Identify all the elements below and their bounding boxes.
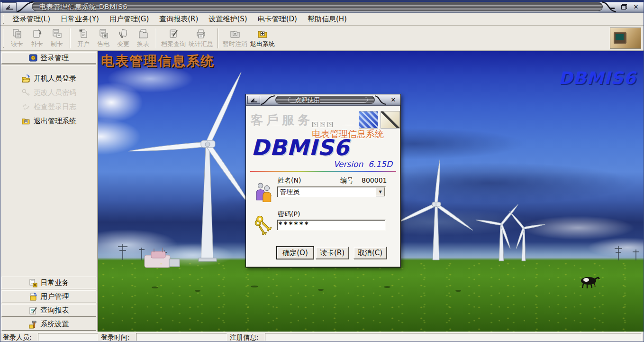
login-dialog: 欢迎使用 ✕ 客戶服务 > > > 电表管理信息系统 DBMIS6 Versio…: [245, 94, 401, 268]
sidebar-item-operator-login[interactable]: 开机人员登录: [0, 71, 97, 85]
dialog-title: 欢迎使用: [295, 96, 320, 104]
password-field[interactable]: [277, 220, 386, 231]
tool-exit-system[interactable]: 退出系统: [249, 28, 276, 49]
sidebar-header-label: 登录管理: [40, 54, 69, 63]
status-reg-value: [265, 333, 642, 341]
titlebar: 电表管理信息系统-DBMIS6 ✕: [0, 0, 644, 13]
menu-item-daily[interactable]: 日常业务(Y): [55, 13, 104, 25]
keys-icon: [253, 214, 274, 235]
dialog-swoosh-right: [374, 94, 387, 106]
combobox-dropdown-button[interactable]: ▼: [376, 187, 385, 196]
status-bar: 登录人员: 登录时间: 注册信息:: [0, 332, 644, 342]
daily-business-icon: [29, 279, 37, 287]
tool-read-card: 读卡: [7, 28, 27, 49]
id-label: 编号: [340, 176, 354, 185]
exit-system-icon: [257, 28, 268, 39]
minimize-button[interactable]: [609, 3, 616, 10]
check-log-icon: [21, 102, 30, 111]
status-user-value: [38, 333, 98, 341]
name-label: 姓名(N): [278, 176, 301, 185]
tool-logoff: 暂时注消: [221, 28, 249, 49]
sidebar-group-reports[interactable]: 查询报表: [1, 304, 96, 317]
close-icon: ✕: [634, 3, 639, 10]
menu-item-reports[interactable]: 查询报表(R): [154, 13, 203, 25]
archive-query-icon: [168, 28, 179, 39]
sidebar-divider: [1, 65, 96, 65]
status-user-label: 登录人员:: [3, 333, 32, 342]
window-controls: ✕: [609, 3, 639, 10]
name-value: 管理员: [280, 188, 299, 196]
menu-grip: [3, 15, 4, 24]
tool-change: 变更: [113, 28, 133, 49]
exit-manage-icon: [21, 117, 30, 125]
menu-item-login[interactable]: 登录管理(L): [7, 13, 55, 25]
rainbow-divider: [250, 171, 396, 172]
change-icon: [118, 28, 129, 39]
login-manage-icon: [29, 54, 37, 62]
app-window: 电表管理信息系统-DBMIS6 ✕ 登录管理(L) 日常业务(Y) 用户管理(G…: [0, 0, 644, 342]
toolbar-grip: [3, 29, 4, 48]
dialog-logo-icon: [247, 96, 260, 104]
dialog-brand-text: 客戶服务: [251, 112, 313, 129]
sell-power-icon: [98, 28, 109, 39]
dialog-stripe-band: 欢迎使用: [275, 96, 375, 104]
change-password-icon: [21, 88, 30, 97]
status-reg-label: 注册信息:: [230, 333, 259, 342]
ok-button[interactable]: 确定(O): [277, 247, 314, 259]
toolbar: 读卡 补卡 制卡 开户 售电 变更 换表 档案查询: [0, 26, 644, 51]
keyboard-photo-thumbnail: [359, 111, 378, 129]
tool-make-card: 制卡: [47, 28, 67, 49]
app-logo-icon: [2, 2, 17, 11]
close-button[interactable]: ✕: [633, 3, 639, 10]
replace-meter-icon: [137, 28, 149, 39]
statistics-icon: [195, 28, 207, 39]
dialog-close-button[interactable]: ✕: [390, 96, 397, 103]
restore-button[interactable]: [621, 3, 627, 10]
tool-reissue-card: 补卡: [27, 28, 47, 49]
restore-icon: [621, 4, 627, 9]
sidebar-group-daily[interactable]: 日常业务: [1, 277, 96, 289]
reissue-card-icon: [31, 28, 43, 39]
status-time-label: 登录时间:: [101, 333, 130, 342]
toolbar-separator: [218, 28, 218, 48]
dialog-title-pill: 欢迎使用: [288, 97, 368, 103]
dialog-body: 客戶服务 > > > 电表管理信息系统 DBMIS6 Version 6.15D…: [246, 106, 400, 267]
window-title: 电表管理信息系统-DBMIS6: [39, 3, 127, 11]
dialog-button-row: 确定(O) 读卡(R) 取消(C): [246, 247, 400, 259]
toolbar-separator: [70, 28, 71, 48]
dialog-close-icon: ✕: [391, 96, 396, 103]
tool-archive-query: 档案查询: [160, 28, 187, 49]
make-card-icon: [51, 28, 63, 39]
name-combobox[interactable]: 管理员 ▼: [277, 186, 386, 197]
id-value: 800001: [362, 176, 387, 184]
sidebar-bottom-groups: 日常业务 用户管理 查询报表 系统设置: [1, 276, 96, 331]
sidebar-header-login[interactable]: 登录管理: [1, 52, 96, 64]
tool-replace-meter: 换表: [133, 28, 153, 49]
cancel-button[interactable]: 取消(C): [354, 247, 387, 259]
tool-open-account: 开户: [73, 28, 93, 49]
logoff-icon: [229, 28, 241, 39]
menu-item-settings[interactable]: 设置维护(S): [203, 13, 252, 25]
dialog-version: Version 6.15D: [334, 159, 392, 169]
open-account-icon: [78, 28, 89, 39]
pen-photo-thumbnail: [381, 111, 400, 129]
toolbar-separator: [156, 28, 157, 48]
menu-item-users[interactable]: 用户管理(G): [104, 13, 154, 25]
menu-item-card[interactable]: 电卡管理(D): [253, 13, 302, 25]
user-manage-icon: [29, 293, 37, 301]
read-card-icon: [11, 28, 23, 39]
password-input[interactable]: [278, 221, 373, 229]
sidebar-item-change-password: 更改人员密码: [0, 85, 97, 100]
report-query-icon: [29, 306, 37, 315]
read-card-button[interactable]: 读卡(R): [316, 247, 349, 259]
menu-item-help[interactable]: 帮助信息(H): [302, 13, 352, 25]
grass-texture: [98, 260, 644, 332]
dialog-titlebar: 欢迎使用 ✕: [246, 94, 400, 106]
operator-login-icon: [21, 74, 30, 83]
password-label: 密码(P): [278, 210, 300, 219]
sidebar-group-users[interactable]: 用户管理: [1, 290, 96, 303]
tool-sell-power: 售电: [93, 28, 113, 49]
sidebar-group-settings[interactable]: 系统设置: [1, 318, 96, 331]
chevron-down-icon: ▼: [379, 190, 381, 194]
sidebar-item-exit-system[interactable]: 退出管理系统: [0, 114, 97, 128]
